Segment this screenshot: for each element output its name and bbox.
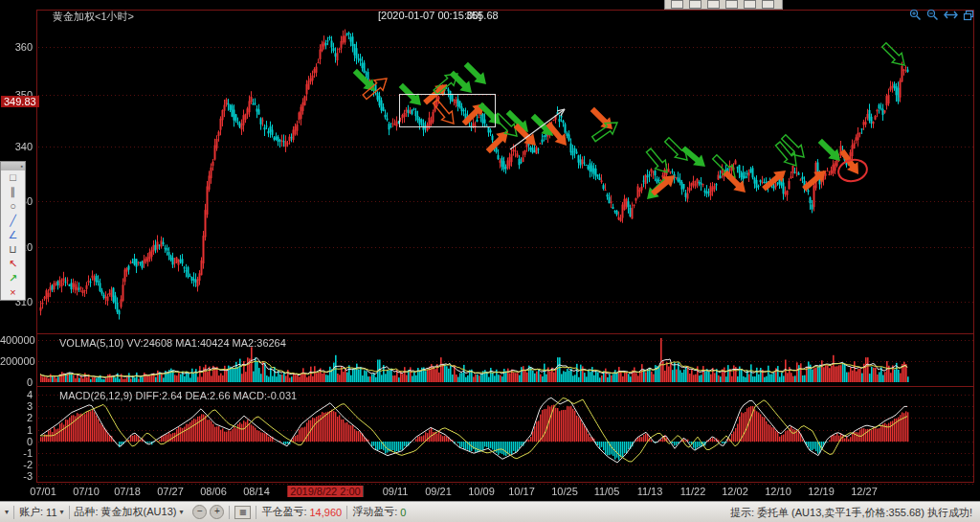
date-tick: 10/25 [551,487,578,497]
drawing-toolbar: ▪ □∥○╱∠⊔↖↗× [0,161,26,301]
left-combo-stub[interactable]: ▾ [0,508,13,516]
date-tick: 09/21 [425,487,452,497]
macd-tick: 4 [0,390,33,400]
close-icon[interactable]: ▪ [21,163,23,170]
zoom-in-button[interactable]: + [210,505,224,519]
date-tick: 08/14 [243,487,270,497]
floating-toolbar-fragment[interactable] [664,0,783,10]
zoom-out-icon[interactable] [926,9,939,21]
closed-pl-value: 14,960 [310,507,343,518]
floating-pl-label: 浮动盈亏: [352,505,397,519]
last-price-badge: 349.83 [1,96,39,107]
toolbar-button[interactable] [671,0,683,9]
price-tick: 340 [0,142,33,152]
chevron-down-icon[interactable]: ▾ [60,508,64,516]
symbol-value: 黄金加权(AU13) [101,505,177,519]
measure-tool[interactable]: ⊔ [1,242,25,257]
drawing-toolbar-titlebar[interactable]: ▪ [1,162,25,170]
date-tick: 07/27 [157,487,184,497]
toolbar-button[interactable] [725,0,738,9]
volume-tick: 200000 [0,356,33,367]
toolbar-button[interactable] [744,0,756,9]
chart-title: 黄金加权<1小时> [53,11,134,22]
trading-app-window: 黄金加权<1小时> [2020-01-07 00:15:00] 355.68 [0,0,980,522]
crosshair-price: 355.68 [466,11,499,21]
account-selector[interactable]: 账户: 11 ▾ [14,505,69,519]
window-restore-icon[interactable] [963,10,974,21]
macd-tick: 3 [0,401,33,412]
chevron-down-icon[interactable]: ▾ [5,508,9,516]
date-tick: 12/27 [851,487,878,497]
volume-tick: 400000 [0,335,33,346]
trend-line-tool[interactable]: ╱ [1,214,25,228]
zoom-out-button[interactable]: − [192,505,207,519]
date-tick: 09/11 [383,487,409,497]
symbol-selector[interactable]: 品种: 黄金加权(AU13) ▾ [70,505,189,519]
symbol-label: 品种: [75,505,99,519]
macd-tick: -1 [0,448,33,459]
date-tick: 07/10 [73,487,100,497]
macd-tick: 0 [0,437,33,447]
macd-tick: 2 [0,413,33,423]
date-tick: 12/02 [722,487,748,497]
orders-panel-button[interactable]: ▦ [234,506,251,519]
ellipse-tool[interactable]: ○ [1,199,25,214]
date-tick: 11/05 [594,487,620,497]
date-tick: 12/10 [765,487,791,497]
zoom-in-icon[interactable] [909,9,922,21]
macd-indicator-label: MACD(26,12,9) DIFF:2.64 DEA:2.66 MACD:-0… [59,390,297,401]
volume-tick: 0 [0,377,33,388]
macd-tick: 1 [0,425,33,436]
chart-canvas[interactable] [0,0,980,522]
closed-pl-label: 平仓盈亏: [261,505,306,519]
date-tick: 10/17 [508,487,535,497]
rect-tool[interactable]: □ [1,170,25,185]
date-tick: 10/09 [468,487,495,497]
volume-indicator-label: VOLMA(5,10) VV:24608 MA1:40424 MA2:36264 [59,337,286,349]
angle-tool[interactable]: ∠ [1,228,25,242]
order-status-message: 提示: 委托单 (AU13,卖平1手,价格:355.68) 执行成功! [730,506,972,520]
toolbar-button[interactable] [762,0,774,9]
account-value: 11 [46,507,56,518]
green-arrow-tool[interactable]: ↗ [1,271,25,285]
floating-pl: 浮动盈亏: 0 [347,505,411,519]
red-arrow-tool[interactable]: ↖ [1,257,25,271]
macd-tick: -3 [0,471,33,482]
date-tick: 12/19 [808,487,835,497]
chevron-down-icon[interactable]: ▾ [179,508,183,516]
date-tick: 07/18 [114,487,141,497]
date-tick: 08/06 [200,487,227,497]
delete-tool[interactable]: × [1,285,25,300]
chart-nav-icons [909,9,974,21]
toolbar-button[interactable] [707,0,720,9]
date-tick: 11/13 [637,487,663,497]
price-tick: 360 [0,42,33,53]
date-tick: 11/22 [680,487,706,497]
account-label: 账户: [19,505,43,519]
macd-tick: -2 [0,460,33,470]
crosshair-date-badge: 2019/8/22 2:00 [287,486,363,497]
parallel-lines-tool[interactable]: ∥ [1,185,25,199]
closed-pl: 平仓盈亏: 14,960 [256,505,346,519]
pan-horizontal-icon[interactable] [944,10,958,20]
toolbar-button[interactable] [689,0,702,9]
floating-pl-value: 0 [400,507,406,518]
date-tick: 07/01 [30,487,56,497]
